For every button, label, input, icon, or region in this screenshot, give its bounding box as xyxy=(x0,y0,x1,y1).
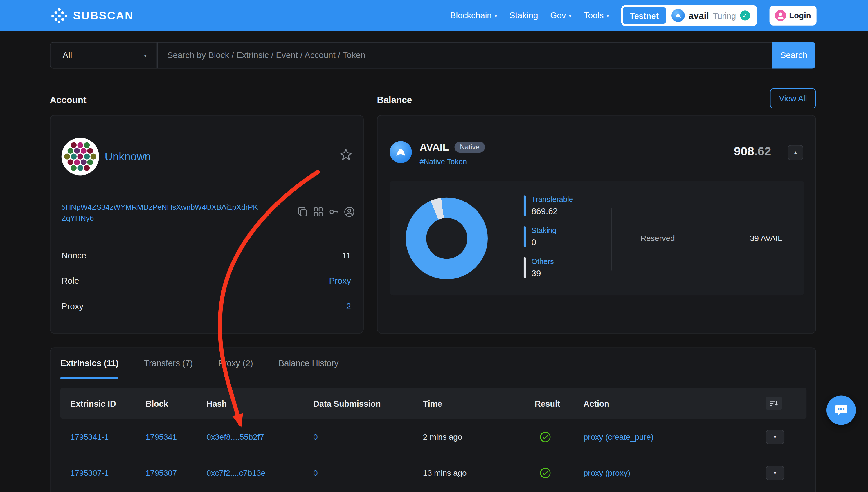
success-check-icon xyxy=(539,431,551,443)
chain-name: avail xyxy=(688,10,709,21)
balance-card: AVAIL Native #Native Token 908.62 ▲ Tran… xyxy=(377,115,816,334)
hash-link[interactable]: 0x3ef8....55b2f7 xyxy=(206,432,313,441)
nav-item-label: Blockchain xyxy=(450,10,492,20)
account-info-row: Nonce 11 xyxy=(62,251,351,260)
account-name-link[interactable]: Unknown xyxy=(104,151,151,163)
search-filter-value: All xyxy=(63,50,72,60)
tab-proxy[interactable]: Proxy (2) xyxy=(218,348,253,379)
login-label: Login xyxy=(789,11,811,20)
nav-item-gov[interactable]: Gov ▾ xyxy=(550,10,571,20)
nav-item-staking[interactable]: Staking xyxy=(510,10,538,20)
col-hash: Hash xyxy=(206,399,313,408)
collapse-balance-button[interactable]: ▲ xyxy=(788,145,803,161)
time-cell: 2 mins ago xyxy=(423,432,535,441)
nav-item-tools[interactable]: Tools ▾ xyxy=(584,10,609,20)
key-icon[interactable] xyxy=(328,206,340,218)
login-button[interactable]: Login xyxy=(769,5,817,26)
data-submission-link[interactable]: 0 xyxy=(313,468,423,477)
identicon-icon xyxy=(63,140,97,174)
reserved-row: Reserved 39 AVAIL xyxy=(640,234,782,243)
data-submission-link[interactable]: 0 xyxy=(313,432,423,441)
legend-color-bar xyxy=(524,257,526,278)
view-all-button[interactable]: View All xyxy=(770,89,816,108)
filter-sort-icon xyxy=(770,399,779,407)
search-filter-select[interactable]: All ▾ xyxy=(50,42,157,69)
legend-item-staking: Staking 0 xyxy=(524,226,557,247)
account-address[interactable]: 5HNpW4ZS34zWYMRMDzPeNHsXwnbW4UXBAi1pXdrP… xyxy=(62,202,261,223)
col-action: Action xyxy=(584,399,766,408)
nav-item-label: Tools xyxy=(584,10,604,20)
favorite-star-icon[interactable] xyxy=(339,148,353,162)
subscan-logo[interactable]: SUBSCAN xyxy=(51,7,134,24)
verified-check-icon: ✓ xyxy=(740,10,750,20)
token-name: AVAIL xyxy=(420,141,449,153)
native-badge: Native xyxy=(454,142,485,153)
account-card: Unknown 5HNpW4ZS34zWYMRMDzPeNHsXwnbW4UXB… xyxy=(50,115,364,334)
legend-value-transferable: 869.62 xyxy=(532,206,573,216)
tab-transfers[interactable]: Transfers (7) xyxy=(144,348,193,379)
legend-label-transferable[interactable]: Transferable xyxy=(532,195,573,204)
avail-token-logo-icon xyxy=(390,141,412,163)
account-identicon xyxy=(62,138,99,175)
legend-color-bar xyxy=(524,226,526,247)
chevron-down-icon: ▾ xyxy=(569,13,571,19)
reserved-label: Reserved xyxy=(640,234,675,243)
nav-item-label: Staking xyxy=(510,10,538,20)
col-time: Time xyxy=(423,399,535,408)
native-token-link[interactable]: #Native Token xyxy=(420,157,467,166)
extrinsic-id-link[interactable]: 1795341-1 xyxy=(70,432,145,441)
info-label: Nonce xyxy=(62,251,86,260)
account-profile-icon[interactable] xyxy=(343,206,355,218)
network-chain-selector[interactable]: avail Turing ✓ xyxy=(666,9,755,22)
user-avatar-icon xyxy=(775,10,786,21)
chevron-down-icon: ▾ xyxy=(144,52,147,58)
legend-label-others[interactable]: Others xyxy=(532,257,554,266)
nav-item-blockchain[interactable]: Blockchain ▾ xyxy=(450,10,497,20)
table-header: Extrinsic ID Block Hash Data Submission … xyxy=(61,388,806,419)
copy-icon[interactable] xyxy=(297,206,309,218)
legend-label-staking[interactable]: Staking xyxy=(532,226,557,235)
proxy-count-link[interactable]: 2 xyxy=(346,302,351,311)
chain-variant: Turing xyxy=(713,11,736,20)
extrinsic-id-link[interactable]: 1795307-1 xyxy=(70,468,145,477)
subscan-logo-icon xyxy=(51,7,67,24)
column-filter-button[interactable] xyxy=(766,397,782,410)
network-env-badge[interactable]: Testnet xyxy=(623,7,666,24)
col-block: Block xyxy=(146,399,207,408)
legend-value-others: 39 xyxy=(532,268,554,278)
qr-grid-icon[interactable] xyxy=(312,206,324,218)
chat-support-button[interactable] xyxy=(826,395,856,425)
block-link[interactable]: 1795307 xyxy=(146,468,207,477)
tab-balance-history[interactable]: Balance History xyxy=(278,348,338,379)
action-link[interactable]: proxy (create_pure) xyxy=(584,432,766,441)
balance-section-title: Balance xyxy=(377,95,412,105)
account-info-row: Role Proxy xyxy=(62,276,351,286)
page: SUBSCAN Blockchain ▾ Staking Gov ▾ Tools… xyxy=(0,0,868,492)
chat-bubble-icon xyxy=(834,403,848,417)
expand-row-button[interactable]: ▼ xyxy=(766,466,784,481)
action-link[interactable]: proxy (proxy) xyxy=(584,468,766,477)
legend-color-bar xyxy=(524,195,526,216)
search-button[interactable]: Search xyxy=(772,42,816,69)
hash-link[interactable]: 0xc7f2....c7b13e xyxy=(206,468,313,477)
chevron-down-icon: ▼ xyxy=(773,470,777,476)
account-section-title: Account xyxy=(50,95,87,105)
account-info-row: Proxy 2 xyxy=(62,302,351,311)
expand-row-button[interactable]: ▼ xyxy=(766,429,784,444)
table-row: 1795307-1 1795307 0xc7f2....c7b13e 0 13 … xyxy=(61,454,806,491)
role-value-link[interactable]: Proxy xyxy=(329,276,351,286)
balance-chart-panel: Transferable 869.62 Staking 0 Others 39 xyxy=(390,181,804,296)
chevron-up-icon: ▲ xyxy=(793,150,798,155)
result-cell xyxy=(535,467,584,479)
block-link[interactable]: 1795341 xyxy=(146,432,207,441)
legend-item-transferable: Transferable 869.62 xyxy=(524,195,573,216)
search-input[interactable] xyxy=(157,42,773,69)
donut-chart xyxy=(406,198,488,279)
main-nav: Blockchain ▾ Staking Gov ▾ Tools ▾ xyxy=(450,10,609,20)
legend-item-others: Others 39 xyxy=(524,257,554,278)
chevron-down-icon: ▾ xyxy=(494,13,497,19)
avail-logo-icon xyxy=(672,9,685,22)
tab-extrinsics[interactable]: Extrinsics (11) xyxy=(61,348,118,379)
success-check-icon xyxy=(539,467,551,479)
network-selector[interactable]: Testnet avail Turing ✓ xyxy=(621,5,757,26)
